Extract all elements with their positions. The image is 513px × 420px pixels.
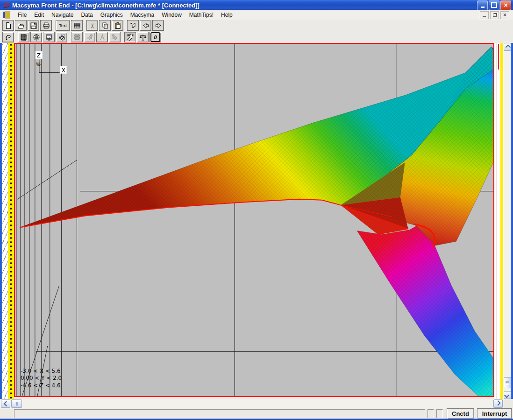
arrow-left-circle-icon <box>86 34 93 41</box>
paste-button[interactable] <box>112 20 123 31</box>
axis-triad: Z X ψ <box>36 51 67 74</box>
menu-mathtips[interactable]: MathTips! <box>185 11 217 19</box>
scroll-up-button[interactable] <box>504 43 511 51</box>
status-bar: Cnctd Interrupt <box>0 409 513 420</box>
connected-label: Cnctd <box>452 410 469 417</box>
spell-check-button[interactable]: BCD A <box>56 32 67 42</box>
print-button[interactable] <box>40 20 52 31</box>
x-range-label: -3.0 < X < 5.6 <box>21 368 61 374</box>
zero-icon: 0 <box>150 32 160 42</box>
rotate-tool-button[interactable] <box>2 32 14 42</box>
status-cell <box>436 409 443 418</box>
table-grid-icon <box>73 22 81 29</box>
axis-x-label: X <box>62 67 65 74</box>
arrow-left-icon <box>142 22 150 29</box>
surface-plot: Z X ψ <box>15 44 493 396</box>
minimize-button[interactable] <box>477 0 488 10</box>
mdi-minimize-button[interactable] <box>480 11 489 19</box>
status-message-field <box>14 409 425 418</box>
open-folder-icon <box>17 22 25 29</box>
window-right-border <box>511 43 513 399</box>
previous-step-button[interactable] <box>84 32 95 42</box>
pointer-arrow-icon <box>129 22 137 29</box>
menu-window[interactable]: Window <box>158 11 185 19</box>
menu-graphics[interactable]: Graphics <box>97 11 127 19</box>
next-step-button[interactable] <box>109 32 121 42</box>
paste-clipboard-icon <box>114 22 121 29</box>
winding-road-icon <box>127 34 134 41</box>
spell-check-icon: BCD A <box>58 34 65 41</box>
plot-canvas[interactable]: Z X ψ <box>14 43 494 397</box>
surface-plot-button[interactable] <box>18 32 29 42</box>
mdi-restore-button[interactable] <box>490 11 499 19</box>
scissors-icon: ✂ <box>88 23 96 28</box>
y-range-label: 0.00 < Y < 2.0 <box>21 375 62 381</box>
movie-camera-icon <box>73 34 81 41</box>
road-tour-button[interactable] <box>124 32 136 42</box>
scroll-right-button[interactable] <box>493 399 503 408</box>
page-edge-strip <box>8 43 14 399</box>
pointer-jump-button[interactable] <box>127 20 139 31</box>
axis-z-label: Z <box>37 52 41 59</box>
vertical-scrollbar[interactable] <box>504 43 511 399</box>
toolbar-standard: Text ✂ <box>0 20 513 32</box>
menu-file[interactable]: File <box>14 11 30 19</box>
cut-button[interactable]: ✂ <box>86 20 98 31</box>
horizontal-scroll-thumb[interactable] <box>11 399 22 408</box>
printer-icon <box>43 22 50 29</box>
interrupt-button[interactable]: Interrupt <box>477 408 512 419</box>
horizontal-scrollbar[interactable] <box>0 399 504 409</box>
screen-plot-button[interactable] <box>43 32 55 42</box>
new-document-icon <box>5 22 12 29</box>
app-icon <box>2 1 10 9</box>
axis-y-label: ψ <box>36 61 40 66</box>
camera-button[interactable] <box>71 32 83 42</box>
maximize-button[interactable] <box>489 0 499 10</box>
application-window: Macsyma Front End - [C:\rwg\climax\conet… <box>0 0 513 420</box>
worksheet-area: Z X ψ <box>0 43 513 399</box>
toolbar-graphics: BCD A <box>0 31 513 43</box>
balance-scales-icon <box>139 34 147 41</box>
open-button[interactable] <box>15 20 27 31</box>
connected-status-button[interactable]: Cnctd <box>447 408 474 419</box>
text-mode-button[interactable]: Text <box>56 20 70 31</box>
notebook-icon[interactable] <box>3 11 10 19</box>
surface-plot-icon <box>20 34 28 41</box>
globe-plot-button[interactable] <box>30 32 42 42</box>
z-range-label: -4.6 < Z < 4.6 <box>21 382 61 389</box>
menu-bar: File Edit Navigate Data Graphics Macsyma… <box>0 10 513 20</box>
globe-wireframe-icon <box>33 34 40 41</box>
text-label: Text <box>59 23 67 28</box>
back-button[interactable] <box>140 20 151 31</box>
menu-data[interactable]: Data <box>77 11 96 19</box>
arrow-right-icon <box>155 22 162 29</box>
compass-icon <box>99 34 106 41</box>
axis-bounds: -3.0 < X < 5.6 0.00 < Y < 2.0 -4.6 < Z <… <box>21 368 62 389</box>
save-button[interactable] <box>28 20 39 31</box>
forward-button[interactable] <box>152 20 164 31</box>
page-right-margin <box>494 43 504 399</box>
scroll-left-button[interactable] <box>1 399 10 408</box>
monitor-icon <box>45 34 53 41</box>
vertical-scroll-thumb[interactable] <box>504 377 511 388</box>
new-button[interactable] <box>2 20 14 31</box>
scroll-down-button[interactable] <box>504 391 511 399</box>
title-bar[interactable]: Macsyma Front End - [C:\rwg\climax\conet… <box>0 0 513 10</box>
menu-edit[interactable]: Edit <box>30 11 48 19</box>
status-cell <box>428 409 434 418</box>
scrollbar-corner <box>504 399 513 409</box>
notebook-binding <box>2 43 8 399</box>
measure-button[interactable] <box>96 32 108 42</box>
zero-cell-button[interactable]: 0 <box>150 32 161 42</box>
close-button[interactable]: × <box>500 0 511 10</box>
save-floppy-icon <box>30 22 37 29</box>
copy-button[interactable] <box>99 20 111 31</box>
menu-macsyma[interactable]: Macsyma <box>127 11 158 19</box>
menu-navigate[interactable]: Navigate <box>48 11 77 19</box>
menu-help[interactable]: Help <box>217 11 236 19</box>
interrupt-label: Interrupt <box>482 410 507 417</box>
rotate-curve-icon <box>5 34 12 41</box>
scales-button[interactable] <box>137 32 149 42</box>
table-button[interactable] <box>71 20 83 31</box>
mdi-close-button[interactable]: × <box>500 11 509 19</box>
